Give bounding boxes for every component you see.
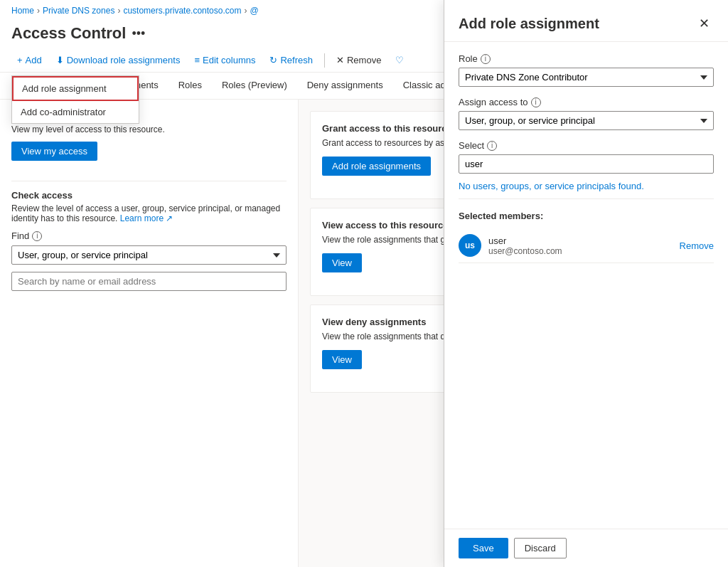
- refresh-button[interactable]: ↻ Refresh: [264, 51, 318, 69]
- find-type-select[interactable]: User, group, or service principal: [11, 245, 287, 265]
- assign-access-select[interactable]: User, group, or service principal: [459, 111, 714, 130]
- view-access-button[interactable]: View: [322, 253, 362, 272]
- edit-columns-label: Edit columns: [203, 55, 255, 65]
- breadcrumb-dns-name[interactable]: customers.private.contoso.com: [123, 6, 241, 16]
- member-info: user user@contoso.com: [488, 235, 673, 256]
- member-avatar: us: [459, 234, 481, 257]
- refresh-icon: ↻: [269, 55, 277, 65]
- download-label: Download role assignments: [67, 55, 181, 65]
- add-dropdown-menu: Add role assignment Add co-administrator: [11, 75, 139, 124]
- side-panel-footer: Save Discard: [444, 529, 728, 567]
- tab-roles[interactable]: Roles: [168, 73, 212, 99]
- check-access-desc: Review the level of access a user, group…: [11, 203, 287, 223]
- add-button[interactable]: + Add: [11, 51, 48, 69]
- assign-access-info-icon[interactable]: i: [531, 97, 541, 107]
- close-button[interactable]: ✕: [695, 14, 714, 33]
- tab-deny-assignments[interactable]: Deny assignments: [297, 73, 393, 99]
- edit-columns-button[interactable]: ≡ Edit columns: [188, 51, 261, 69]
- select-input[interactable]: [459, 154, 714, 174]
- remove-label: Remove: [347, 55, 381, 65]
- download-icon: ⬇: [56, 55, 64, 65]
- breadcrumb-dns-zones[interactable]: Private DNS zones: [43, 6, 114, 16]
- select-info-icon[interactable]: i: [487, 141, 497, 151]
- favorite-button[interactable]: ♡: [390, 51, 410, 69]
- breadcrumb-sep-2: ›: [117, 6, 120, 16]
- selected-members-label: Selected members:: [459, 211, 714, 221]
- discard-button[interactable]: Discard: [514, 538, 567, 558]
- side-panel: Add role assignment ✕ Role i Private DNS…: [444, 0, 728, 567]
- side-panel-body: Role i Private DNS Zone Contributor Assi…: [444, 42, 728, 529]
- main-area: Home › Private DNS zones › customers.pri…: [0, 0, 728, 567]
- find-info-icon[interactable]: i: [32, 231, 42, 241]
- breadcrumb-sep-1: ›: [37, 6, 40, 16]
- select-field: Select i No users, groups, or service pr…: [459, 140, 714, 199]
- select-label: Select i: [459, 140, 714, 151]
- left-panel: My access View my level of access to thi…: [0, 100, 299, 567]
- assign-access-field: Assign access to i User, group, or servi…: [459, 97, 714, 130]
- my-access-desc: View my level of access to this resource…: [11, 124, 287, 134]
- find-label: Find i: [11, 230, 287, 241]
- view-my-access-button[interactable]: View my access: [11, 142, 97, 161]
- breadcrumb-sep-3: ›: [244, 6, 247, 16]
- side-panel-title: Add role assignment: [459, 16, 599, 32]
- add-role-assignment-menu-item[interactable]: Add role assignment: [12, 76, 139, 101]
- tab-roles-preview[interactable]: Roles (Preview): [212, 73, 297, 99]
- plus-icon: +: [17, 55, 23, 65]
- save-button[interactable]: Save: [459, 538, 508, 558]
- remove-button[interactable]: ✕ Remove: [331, 51, 387, 69]
- member-email: user@contoso.com: [488, 246, 673, 256]
- assign-access-label: Assign access to i: [459, 97, 714, 107]
- learn-more-link[interactable]: Learn more ↗: [120, 213, 173, 223]
- role-field: Role i Private DNS Zone Contributor: [459, 53, 714, 87]
- refresh-label: Refresh: [280, 55, 313, 65]
- heart-icon: ♡: [395, 55, 404, 65]
- role-select[interactable]: Private DNS Zone Contributor: [459, 68, 714, 87]
- toolbar-divider: [324, 53, 325, 68]
- breadcrumb-home[interactable]: Home: [11, 6, 34, 16]
- member-name: user: [488, 235, 673, 246]
- search-input[interactable]: [11, 272, 287, 291]
- divider-1: [11, 181, 287, 181]
- add-role-assignments-button[interactable]: Add role assignments: [322, 157, 431, 176]
- more-options-icon[interactable]: •••: [132, 26, 145, 41]
- columns-icon: ≡: [194, 55, 200, 65]
- add-label: Add: [26, 55, 42, 65]
- no-results-message: No users, groups, or service principals …: [459, 174, 714, 199]
- breadcrumb-at[interactable]: @: [250, 6, 258, 16]
- add-co-administrator-menu-item[interactable]: Add co-administrator: [12, 101, 139, 123]
- role-label: Role i: [459, 53, 714, 64]
- view-deny-button[interactable]: View: [322, 350, 362, 369]
- remove-icon: ✕: [336, 55, 344, 65]
- side-panel-header: Add role assignment ✕: [444, 0, 728, 42]
- role-info-icon[interactable]: i: [481, 54, 491, 64]
- member-item: us user user@contoso.com Remove: [459, 228, 714, 263]
- page-title: Access Control: [11, 24, 126, 43]
- download-button[interactable]: ⬇ Download role assignments: [50, 51, 186, 69]
- member-remove-button[interactable]: Remove: [680, 240, 714, 251]
- check-access-title: Check access: [11, 190, 287, 201]
